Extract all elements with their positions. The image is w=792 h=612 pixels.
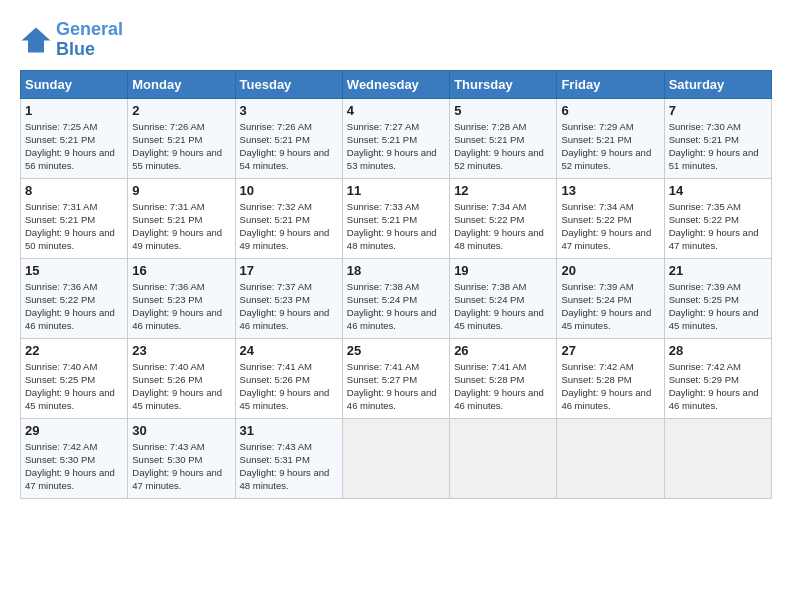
day-info: Sunrise: 7:39 AM Sunset: 5:25 PM Dayligh… — [669, 280, 767, 333]
logo: General Blue — [20, 20, 123, 60]
day-number: 26 — [454, 343, 552, 358]
calendar-cell: 15 Sunrise: 7:36 AM Sunset: 5:22 PM Dayl… — [21, 258, 128, 338]
day-info: Sunrise: 7:36 AM Sunset: 5:22 PM Dayligh… — [25, 280, 123, 333]
day-number: 29 — [25, 423, 123, 438]
day-info: Sunrise: 7:41 AM Sunset: 5:27 PM Dayligh… — [347, 360, 445, 413]
day-info: Sunrise: 7:32 AM Sunset: 5:21 PM Dayligh… — [240, 200, 338, 253]
calendar-cell: 21 Sunrise: 7:39 AM Sunset: 5:25 PM Dayl… — [664, 258, 771, 338]
calendar-cell: 8 Sunrise: 7:31 AM Sunset: 5:21 PM Dayli… — [21, 178, 128, 258]
day-number: 13 — [561, 183, 659, 198]
day-number: 30 — [132, 423, 230, 438]
calendar-week-1: 1 Sunrise: 7:25 AM Sunset: 5:21 PM Dayli… — [21, 98, 772, 178]
calendar-cell: 12 Sunrise: 7:34 AM Sunset: 5:22 PM Dayl… — [450, 178, 557, 258]
calendar-cell: 1 Sunrise: 7:25 AM Sunset: 5:21 PM Dayli… — [21, 98, 128, 178]
calendar-cell: 6 Sunrise: 7:29 AM Sunset: 5:21 PM Dayli… — [557, 98, 664, 178]
day-info: Sunrise: 7:37 AM Sunset: 5:23 PM Dayligh… — [240, 280, 338, 333]
day-number: 5 — [454, 103, 552, 118]
calendar-cell: 20 Sunrise: 7:39 AM Sunset: 5:24 PM Dayl… — [557, 258, 664, 338]
calendar-week-4: 22 Sunrise: 7:40 AM Sunset: 5:25 PM Dayl… — [21, 338, 772, 418]
calendar-cell: 19 Sunrise: 7:38 AM Sunset: 5:24 PM Dayl… — [450, 258, 557, 338]
day-info: Sunrise: 7:28 AM Sunset: 5:21 PM Dayligh… — [454, 120, 552, 173]
calendar-table: SundayMondayTuesdayWednesdayThursdayFrid… — [20, 70, 772, 499]
day-info: Sunrise: 7:26 AM Sunset: 5:21 PM Dayligh… — [240, 120, 338, 173]
calendar-cell: 23 Sunrise: 7:40 AM Sunset: 5:26 PM Dayl… — [128, 338, 235, 418]
day-number: 18 — [347, 263, 445, 278]
calendar-cell: 2 Sunrise: 7:26 AM Sunset: 5:21 PM Dayli… — [128, 98, 235, 178]
day-info: Sunrise: 7:42 AM Sunset: 5:30 PM Dayligh… — [25, 440, 123, 493]
weekday-header-sunday: Sunday — [21, 70, 128, 98]
day-info: Sunrise: 7:30 AM Sunset: 5:21 PM Dayligh… — [669, 120, 767, 173]
calendar-cell: 29 Sunrise: 7:42 AM Sunset: 5:30 PM Dayl… — [21, 418, 128, 498]
calendar-cell: 5 Sunrise: 7:28 AM Sunset: 5:21 PM Dayli… — [450, 98, 557, 178]
day-number: 2 — [132, 103, 230, 118]
day-number: 9 — [132, 183, 230, 198]
calendar-cell — [450, 418, 557, 498]
day-number: 31 — [240, 423, 338, 438]
calendar-cell: 16 Sunrise: 7:36 AM Sunset: 5:23 PM Dayl… — [128, 258, 235, 338]
weekday-header-tuesday: Tuesday — [235, 70, 342, 98]
day-number: 6 — [561, 103, 659, 118]
day-number: 11 — [347, 183, 445, 198]
logo-icon — [20, 26, 52, 54]
day-number: 28 — [669, 343, 767, 358]
day-number: 27 — [561, 343, 659, 358]
day-info: Sunrise: 7:38 AM Sunset: 5:24 PM Dayligh… — [347, 280, 445, 333]
day-number: 21 — [669, 263, 767, 278]
day-info: Sunrise: 7:41 AM Sunset: 5:26 PM Dayligh… — [240, 360, 338, 413]
day-number: 8 — [25, 183, 123, 198]
day-info: Sunrise: 7:31 AM Sunset: 5:21 PM Dayligh… — [132, 200, 230, 253]
day-info: Sunrise: 7:43 AM Sunset: 5:31 PM Dayligh… — [240, 440, 338, 493]
calendar-cell: 26 Sunrise: 7:41 AM Sunset: 5:28 PM Dayl… — [450, 338, 557, 418]
calendar-cell: 13 Sunrise: 7:34 AM Sunset: 5:22 PM Dayl… — [557, 178, 664, 258]
page-header: General Blue — [20, 20, 772, 60]
day-number: 12 — [454, 183, 552, 198]
calendar-cell: 4 Sunrise: 7:27 AM Sunset: 5:21 PM Dayli… — [342, 98, 449, 178]
calendar-cell: 27 Sunrise: 7:42 AM Sunset: 5:28 PM Dayl… — [557, 338, 664, 418]
calendar-cell: 31 Sunrise: 7:43 AM Sunset: 5:31 PM Dayl… — [235, 418, 342, 498]
day-info: Sunrise: 7:40 AM Sunset: 5:25 PM Dayligh… — [25, 360, 123, 413]
day-info: Sunrise: 7:40 AM Sunset: 5:26 PM Dayligh… — [132, 360, 230, 413]
day-number: 23 — [132, 343, 230, 358]
calendar-cell: 25 Sunrise: 7:41 AM Sunset: 5:27 PM Dayl… — [342, 338, 449, 418]
day-info: Sunrise: 7:29 AM Sunset: 5:21 PM Dayligh… — [561, 120, 659, 173]
calendar-week-5: 29 Sunrise: 7:42 AM Sunset: 5:30 PM Dayl… — [21, 418, 772, 498]
logo-text: General Blue — [56, 20, 123, 60]
calendar-cell: 14 Sunrise: 7:35 AM Sunset: 5:22 PM Dayl… — [664, 178, 771, 258]
day-info: Sunrise: 7:41 AM Sunset: 5:28 PM Dayligh… — [454, 360, 552, 413]
day-number: 1 — [25, 103, 123, 118]
day-info: Sunrise: 7:38 AM Sunset: 5:24 PM Dayligh… — [454, 280, 552, 333]
calendar-week-3: 15 Sunrise: 7:36 AM Sunset: 5:22 PM Dayl… — [21, 258, 772, 338]
day-number: 17 — [240, 263, 338, 278]
day-info: Sunrise: 7:42 AM Sunset: 5:29 PM Dayligh… — [669, 360, 767, 413]
day-info: Sunrise: 7:39 AM Sunset: 5:24 PM Dayligh… — [561, 280, 659, 333]
calendar-cell: 11 Sunrise: 7:33 AM Sunset: 5:21 PM Dayl… — [342, 178, 449, 258]
calendar-cell: 17 Sunrise: 7:37 AM Sunset: 5:23 PM Dayl… — [235, 258, 342, 338]
weekday-header-thursday: Thursday — [450, 70, 557, 98]
calendar-cell — [557, 418, 664, 498]
day-number: 3 — [240, 103, 338, 118]
calendar-cell: 22 Sunrise: 7:40 AM Sunset: 5:25 PM Dayl… — [21, 338, 128, 418]
day-number: 20 — [561, 263, 659, 278]
day-number: 25 — [347, 343, 445, 358]
weekday-header-row: SundayMondayTuesdayWednesdayThursdayFrid… — [21, 70, 772, 98]
day-number: 15 — [25, 263, 123, 278]
calendar-cell — [664, 418, 771, 498]
day-number: 22 — [25, 343, 123, 358]
calendar-cell: 30 Sunrise: 7:43 AM Sunset: 5:30 PM Dayl… — [128, 418, 235, 498]
day-number: 10 — [240, 183, 338, 198]
calendar-cell: 7 Sunrise: 7:30 AM Sunset: 5:21 PM Dayli… — [664, 98, 771, 178]
calendar-cell: 28 Sunrise: 7:42 AM Sunset: 5:29 PM Dayl… — [664, 338, 771, 418]
weekday-header-monday: Monday — [128, 70, 235, 98]
day-info: Sunrise: 7:34 AM Sunset: 5:22 PM Dayligh… — [454, 200, 552, 253]
day-info: Sunrise: 7:27 AM Sunset: 5:21 PM Dayligh… — [347, 120, 445, 173]
calendar-cell — [342, 418, 449, 498]
day-number: 19 — [454, 263, 552, 278]
day-number: 24 — [240, 343, 338, 358]
day-info: Sunrise: 7:43 AM Sunset: 5:30 PM Dayligh… — [132, 440, 230, 493]
day-number: 16 — [132, 263, 230, 278]
calendar-cell: 18 Sunrise: 7:38 AM Sunset: 5:24 PM Dayl… — [342, 258, 449, 338]
day-number: 4 — [347, 103, 445, 118]
day-info: Sunrise: 7:36 AM Sunset: 5:23 PM Dayligh… — [132, 280, 230, 333]
calendar-cell: 9 Sunrise: 7:31 AM Sunset: 5:21 PM Dayli… — [128, 178, 235, 258]
day-number: 7 — [669, 103, 767, 118]
